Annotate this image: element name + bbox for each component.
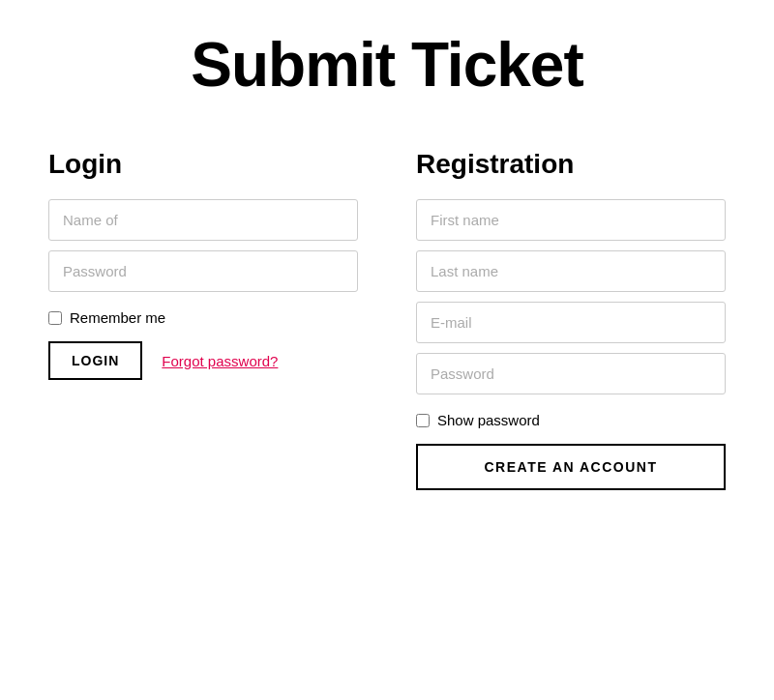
login-username-input[interactable] [48,199,358,241]
registration-last-name-input[interactable] [416,250,726,292]
registration-section-title: Registration [416,149,726,180]
login-password-input[interactable] [48,250,358,292]
remember-me-row: Remember me [48,309,358,326]
registration-password-input[interactable] [416,353,726,394]
create-account-button[interactable]: CREATE AN ACCOUNT [416,444,726,490]
show-password-checkbox[interactable] [416,414,430,427]
login-section: Login Remember me LOGIN Forgot password? [48,149,387,380]
main-columns: Login Remember me LOGIN Forgot password?… [48,149,726,490]
registration-email-input[interactable] [416,302,726,343]
forgot-password-link[interactable]: Forgot password? [162,353,278,369]
remember-me-checkbox[interactable] [48,311,62,325]
page-wrapper: Submit Ticket Login Remember me LOGIN Fo… [0,0,774,529]
show-password-label: Show password [437,412,540,428]
show-password-row: Show password [416,412,726,428]
login-button[interactable]: LOGIN [48,341,142,380]
registration-section: Registration Show password CREATE AN ACC… [387,149,726,490]
login-actions: LOGIN Forgot password? [48,341,358,380]
login-section-title: Login [48,149,358,180]
page-title: Submit Ticket [48,29,726,101]
remember-me-label: Remember me [70,309,165,326]
registration-first-name-input[interactable] [416,199,726,241]
